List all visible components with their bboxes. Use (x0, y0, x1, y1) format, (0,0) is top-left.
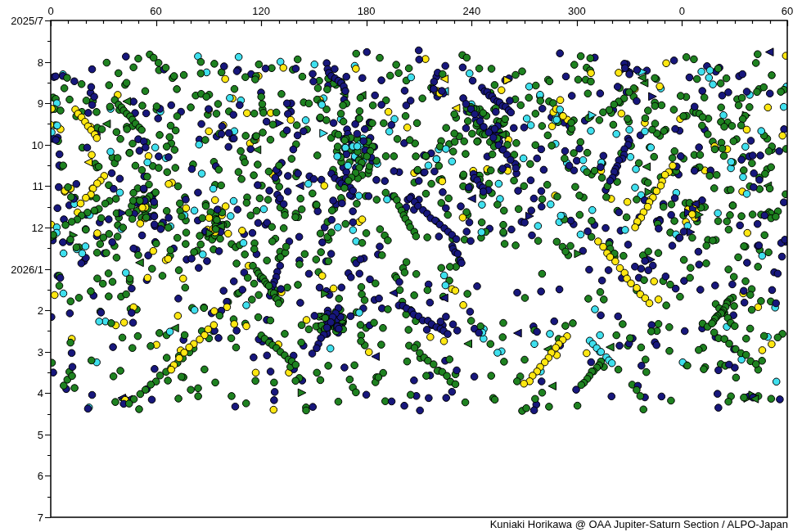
y-tick-label: 2026/1 (2, 264, 43, 276)
x-tick-label: 120 (245, 5, 277, 17)
x-tick-label: 0 (665, 5, 698, 17)
x-tick-label: 60 (771, 5, 802, 17)
x-tick-label: 60 (140, 5, 173, 17)
y-tick-label: 12 (2, 222, 43, 234)
scatter-plot-canvas (0, 0, 802, 532)
y-tick-label: 3 (2, 346, 43, 358)
y-tick-label: 11 (2, 180, 43, 192)
jupiter-drift-chart: 060120180240300060 2025/7891011122026/12… (0, 0, 802, 532)
y-tick-label: 10 (2, 139, 43, 151)
y-tick-label: 7 (2, 512, 43, 524)
y-tick-label: 8 (2, 56, 43, 69)
x-tick-label: 300 (561, 5, 593, 17)
y-tick-label: 2 (2, 304, 43, 317)
attribution-text: Kuniaki Horikawa @ OAA Jupiter-Saturn Se… (490, 518, 788, 530)
x-tick-label: 180 (350, 5, 383, 17)
y-tick-label: 5 (2, 429, 43, 441)
y-tick-label: 2025/7 (2, 15, 43, 27)
y-tick-label: 6 (2, 470, 43, 482)
x-tick-label: 240 (455, 5, 488, 17)
y-tick-label: 9 (2, 97, 43, 110)
y-tick-label: 4 (2, 387, 43, 399)
